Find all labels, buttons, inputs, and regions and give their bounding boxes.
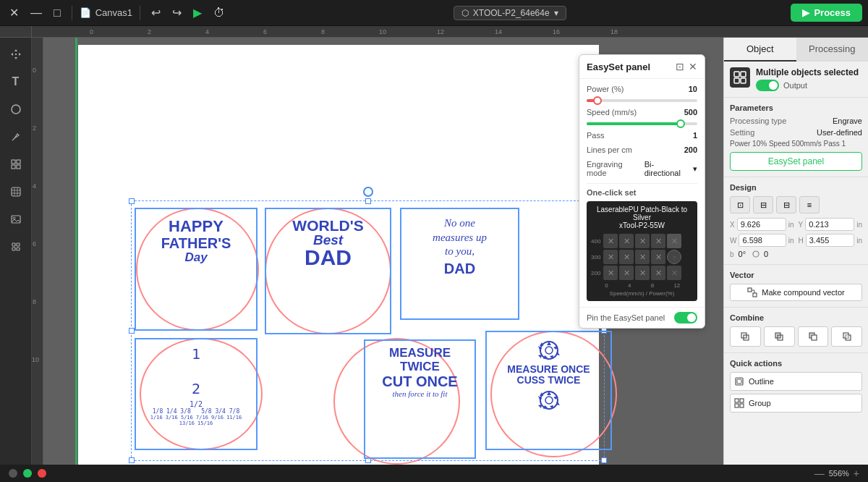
easyset-expand-button[interactable]: ⊡ [676,61,684,72]
easyset-panel-button[interactable]: EasySet panel [730,152,862,171]
selection-handle-ml[interactable] [129,328,135,334]
close-button[interactable]: ✕ [6,4,22,21]
canvas-paper[interactable]: HAPPY FATHER'S Day WORLD'S Best DAD [78,45,599,465]
svg-rect-35 [735,399,739,402]
setting-value: User-defined [817,128,862,137]
thumb-cell[interactable]: ✕ [619,266,634,280]
maximize-button[interactable]: □ [50,5,64,21]
easyset-icons: ⊡ ✕ [676,61,697,72]
thumb-cell[interactable]: ✕ [619,250,634,264]
lines-label: Lines per cm [587,145,632,154]
material-thumbnail[interactable]: LaserablePU Patch-Black to Silver xTool-… [587,201,697,301]
combine-intersect-button[interactable] [764,326,795,347]
design-title: Design [730,183,862,192]
ruler-text: 1 2 1/2 1/8 1/4 3/8 5/8 3/4 7/8 1/16 3/1… [136,339,256,432]
zoom-in-button[interactable]: + [854,468,859,479]
combine-exclude-button[interactable] [831,326,862,347]
speed-row: Speed (mm/s) 500 [587,108,697,117]
power-slider-thumb[interactable] [593,96,602,105]
selection-handle-tl[interactable] [129,198,135,204]
sidebar-item-template[interactable] [4,152,28,177]
thumb-cell[interactable]: ✕ [635,266,650,280]
x-input[interactable] [737,218,786,231]
svg-point-8 [13,217,15,219]
sidebar-item-shape[interactable] [4,97,28,122]
power-slider[interactable] [587,99,697,102]
h-input[interactable] [806,234,854,247]
device-badge[interactable]: ⬡ XTOOL-P2_64e64e ▾ [454,6,566,20]
redo-button[interactable]: ↪ [169,4,185,21]
clock-button[interactable]: ⏱ [210,5,229,21]
align-left-button[interactable]: ⊡ [730,196,750,213]
flip-item: 0 [752,250,768,258]
svg-rect-10 [17,243,20,246]
coord-x: X in [730,218,794,231]
speed-label: Speed (mm/s) [587,108,637,117]
thumb-cell[interactable]: ✕ [651,266,665,280]
happy-fathers-rect[interactable]: HAPPY FATHER'S Day [135,208,258,331]
sidebar-item-material[interactable] [4,179,28,204]
output-toggle[interactable] [756,80,779,91]
noone-rect[interactable]: No onemeasures upto you,DAD [400,208,519,320]
measure-once-rect[interactable]: MEASURE ONCE CUSS TWICE [485,331,612,450]
thumb-cell[interactable]: ✕ [619,234,634,248]
device-name: XTOOL-P2_64e64e [473,8,550,18]
tab-object[interactable]: Object [724,38,796,62]
svg-point-14 [545,347,553,354]
measure-twice-rect[interactable]: MEASURE TWICE CUT ONCE then force it to … [364,339,476,459]
easyset-close-button[interactable]: ✕ [689,61,697,72]
thumb-cell[interactable]: ✕ [667,234,681,248]
sidebar-item-text[interactable]: T [4,69,28,94]
vector-title: Vector [730,271,862,279]
thumb-cell[interactable]: ✕ [603,266,618,280]
svg-rect-12 [17,248,20,250]
pin-toggle[interactable] [674,312,697,324]
process-button[interactable]: ▶ Process [791,4,862,22]
outline-button[interactable]: Outline [730,372,862,391]
sidebar-item-image[interactable] [4,207,28,232]
speed-slider[interactable] [587,122,697,125]
engraving-mode-select[interactable]: Bi-directional ▾ [644,160,697,177]
play-button[interactable]: ▶ [190,4,205,21]
y-input[interactable] [805,218,854,231]
selection-handle-br[interactable] [601,457,607,463]
ruler-rect[interactable]: 1 2 1/2 1/8 1/4 3/8 5/8 3/4 7/8 1/16 3/1… [135,338,258,450]
pass-label: Pass [587,131,604,140]
thumb-cell[interactable]: ✕ [651,234,665,248]
svg-rect-37 [735,404,739,407]
group-button[interactable]: Group [730,394,862,413]
undo-button[interactable]: ↩ [148,4,164,21]
thumb-cell[interactable]: ✕ [635,250,650,264]
thumb-cell[interactable]: ✕ [603,250,618,264]
thumb-cell[interactable]: ✕ [667,266,681,280]
device-icon: ⬡ [461,8,469,18]
vertical-ruler: 0 2 4 6 8 10 [32,38,43,465]
worlds-best-rect[interactable]: WORLD'S Best DAD [265,208,391,334]
thumb-cell-circle[interactable]: ○ [667,250,681,264]
combine-union-button[interactable] [730,326,761,347]
svg-rect-7 [12,216,20,223]
selection-handle-tm[interactable] [365,198,371,204]
zoom-out-button[interactable]: — [814,468,825,479]
thumb-cell[interactable]: ✕ [603,234,618,248]
minimize-button[interactable]: — [27,5,46,21]
combine-subtract-button[interactable] [798,326,829,347]
align-right-button[interactable]: ⊟ [776,196,796,213]
tab-processing[interactable]: Processing [796,38,869,60]
axes-labels: Speed(mm/s) / Power(%) [591,290,693,297]
thumb-cell[interactable]: ✕ [635,234,650,248]
compound-vector-button[interactable]: Make compound vector [730,284,862,301]
speed-slider-thumb[interactable] [676,119,685,128]
sidebar-item-move[interactable] [4,42,28,67]
rotation-handle[interactable] [363,187,373,197]
thumb-cell[interactable]: ✕ [651,250,665,264]
w-input[interactable] [739,234,786,247]
statusbar-right: — 556% + [814,468,859,479]
distribute-button[interactable]: ≡ [799,196,820,213]
align-center-button[interactable]: ⊟ [753,196,773,213]
selection-handle-bl[interactable] [129,457,135,463]
sidebar-item-plugin[interactable] [4,234,28,259]
object-title: Multiple objects selected [756,67,862,77]
vector-section: Vector Make compound vector [724,265,868,308]
sidebar-item-pen[interactable] [4,124,28,149]
